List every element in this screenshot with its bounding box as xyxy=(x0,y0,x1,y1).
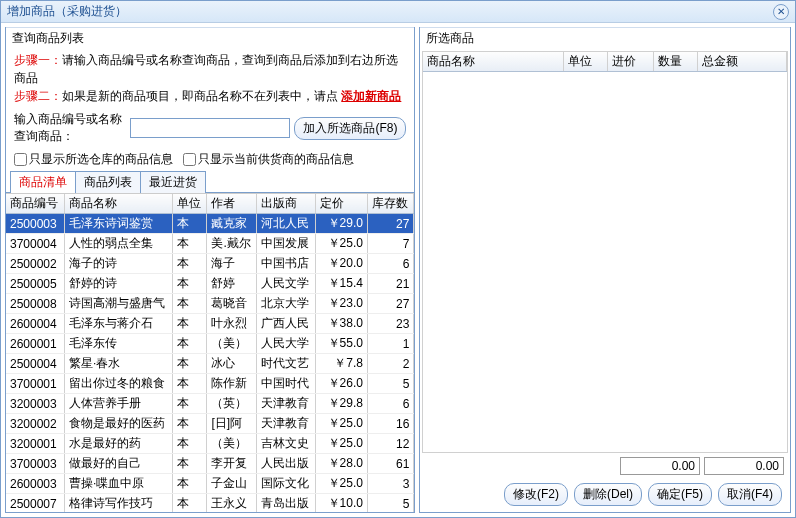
col-qty[interactable]: 库存数 xyxy=(367,194,414,214)
cell-qty: 7 xyxy=(367,234,414,254)
totals-row xyxy=(420,455,790,477)
cell-author: 陈作新 xyxy=(207,374,257,394)
cell-unit: 本 xyxy=(173,494,207,513)
cell-author: 臧克家 xyxy=(207,214,257,234)
table-row[interactable]: 3200003人体营养手册本（英）天津教育￥29.86 xyxy=(6,394,414,414)
cell-author: （美） xyxy=(207,434,257,454)
col-name[interactable]: 商品名称 xyxy=(423,52,563,72)
col-price[interactable]: 进价 xyxy=(607,52,653,72)
cell-price: ￥38.0 xyxy=(316,314,368,334)
window: 增加商品（采购进货） ✕ 查询商品列表 步骤一：请输入商品编号或名称查询商品，查… xyxy=(0,0,796,518)
search-label: 输入商品编号或名称查询商品： xyxy=(14,111,126,145)
cancel-button[interactable]: 取消(F4) xyxy=(718,483,782,506)
cell-name: 毛泽东传 xyxy=(64,334,172,354)
cell-price: ￥10.0 xyxy=(316,494,368,513)
tabs: 商品清单 商品列表 最近进货 xyxy=(6,170,414,193)
table-row[interactable]: 2500008诗国高潮与盛唐气本葛晓音北京大学￥23.027 xyxy=(6,294,414,314)
col-total[interactable]: 总金额 xyxy=(697,52,786,72)
cell-id: 2600003 xyxy=(6,474,64,494)
cell-qty: 6 xyxy=(367,254,414,274)
cell-id: 3200003 xyxy=(6,394,64,414)
col-qty[interactable]: 数量 xyxy=(653,52,697,72)
cell-author: 叶永烈 xyxy=(207,314,257,334)
cell-qty: 23 xyxy=(367,314,414,334)
table-row[interactable]: 2500005舒婷的诗本舒婷人民文学￥15.421 xyxy=(6,274,414,294)
table-header-row: 商品编号 商品名称 单位 作者 出版商 定价 库存数 xyxy=(6,194,414,214)
col-id[interactable]: 商品编号 xyxy=(6,194,64,214)
table-row[interactable]: 2600004毛泽东与蒋介石本叶永烈广西人民￥38.023 xyxy=(6,314,414,334)
delete-button[interactable]: 删除(Del) xyxy=(574,483,642,506)
table-row[interactable]: 3700001留出你过冬的粮食本陈作新中国时代￥26.05 xyxy=(6,374,414,394)
cell-qty: 61 xyxy=(367,454,414,474)
table-row[interactable]: 2600001毛泽东传本（美）人民大学￥55.01 xyxy=(6,334,414,354)
cell-name: 做最好的自己 xyxy=(64,454,172,474)
cell-price: ￥25.0 xyxy=(316,474,368,494)
table-row[interactable]: 2600003曹操·喋血中原本子金山国际文化￥25.03 xyxy=(6,474,414,494)
step2-label: 步骤二： xyxy=(14,89,62,103)
cell-price: ￥25.0 xyxy=(316,234,368,254)
col-author[interactable]: 作者 xyxy=(207,194,257,214)
selected-table: 商品名称 单位 进价 数量 总金额 xyxy=(423,52,787,72)
table-row[interactable]: 3700004人性的弱点全集本美.戴尔中国发展￥25.07 xyxy=(6,234,414,254)
cell-unit: 本 xyxy=(173,214,207,234)
tab-product-list[interactable]: 商品清单 xyxy=(10,171,76,193)
cell-id: 2500003 xyxy=(6,214,64,234)
cell-unit: 本 xyxy=(173,234,207,254)
cell-pub: 人民出版 xyxy=(257,454,316,474)
edit-button[interactable]: 修改(F2) xyxy=(504,483,568,506)
cell-qty: 27 xyxy=(367,294,414,314)
col-unit[interactable]: 单位 xyxy=(563,52,607,72)
cell-author: 葛晓音 xyxy=(207,294,257,314)
cell-price: ￥23.0 xyxy=(316,294,368,314)
table-row[interactable]: 3200002食物是最好的医药本[日]阿天津教育￥25.016 xyxy=(6,414,414,434)
product-grid[interactable]: 商品编号 商品名称 单位 作者 出版商 定价 库存数 2500003毛泽东诗词鉴… xyxy=(6,193,414,512)
selected-grid[interactable]: 商品名称 单位 进价 数量 总金额 xyxy=(422,51,788,453)
chk-warehouse[interactable]: 只显示所选仓库的商品信息 xyxy=(14,151,173,168)
cell-pub: 中国书店 xyxy=(257,254,316,274)
cell-pub: 广西人民 xyxy=(257,314,316,334)
search-row: 输入商品编号或名称查询商品： 加入所选商品(F8) xyxy=(6,109,414,149)
table-row[interactable]: 3200001水是最好的药本（美）吉林文史￥25.012 xyxy=(6,434,414,454)
col-pub[interactable]: 出版商 xyxy=(257,194,316,214)
right-panel: 所选商品 商品名称 单位 进价 数量 总金额 修改(F2) 删 xyxy=(419,27,791,513)
col-price[interactable]: 定价 xyxy=(316,194,368,214)
chk-warehouse-box[interactable] xyxy=(14,153,27,166)
cell-name: 格律诗写作技巧 xyxy=(64,494,172,513)
table-row[interactable]: 2500003毛泽东诗词鉴赏本臧克家河北人民￥29.027 xyxy=(6,214,414,234)
chk-supplier-box[interactable] xyxy=(183,153,196,166)
add-selected-button[interactable]: 加入所选商品(F8) xyxy=(294,117,406,140)
cell-name: 舒婷的诗 xyxy=(64,274,172,294)
cell-qty: 16 xyxy=(367,414,414,434)
table-row[interactable]: 2500004繁星·春水本冰心时代文艺￥7.82 xyxy=(6,354,414,374)
cell-author: 冰心 xyxy=(207,354,257,374)
table-row[interactable]: 2500007格律诗写作技巧本王永义青岛出版￥10.05 xyxy=(6,494,414,513)
add-new-product-link[interactable]: 添加新商品 xyxy=(341,89,401,103)
cell-unit: 本 xyxy=(173,274,207,294)
cell-id: 2600004 xyxy=(6,314,64,334)
col-unit[interactable]: 单位 xyxy=(173,194,207,214)
cell-id: 3200001 xyxy=(6,434,64,454)
col-name[interactable]: 商品名称 xyxy=(64,194,172,214)
cell-author: 王永义 xyxy=(207,494,257,513)
cell-name: 水是最好的药 xyxy=(64,434,172,454)
cell-price: ￥7.8 xyxy=(316,354,368,374)
table-row[interactable]: 2500002海子的诗本海子中国书店￥20.06 xyxy=(6,254,414,274)
cell-unit: 本 xyxy=(173,334,207,354)
cell-id: 2600001 xyxy=(6,334,64,354)
cell-author: 子金山 xyxy=(207,474,257,494)
table-row[interactable]: 3700003做最好的自己本李开复人民出版￥28.061 xyxy=(6,454,414,474)
chk-supplier-label: 只显示当前供货商的商品信息 xyxy=(198,151,354,168)
cell-name: 毛泽东与蒋介石 xyxy=(64,314,172,334)
close-icon[interactable]: ✕ xyxy=(773,4,789,20)
cell-author: 美.戴尔 xyxy=(207,234,257,254)
ok-button[interactable]: 确定(F5) xyxy=(648,483,712,506)
cell-id: 3700003 xyxy=(6,454,64,474)
tab-product-table[interactable]: 商品列表 xyxy=(75,171,141,193)
tab-recent[interactable]: 最近进货 xyxy=(140,171,206,193)
cell-id: 2500002 xyxy=(6,254,64,274)
search-input[interactable] xyxy=(130,118,290,138)
cell-qty: 1 xyxy=(367,334,414,354)
cell-id: 2500007 xyxy=(6,494,64,513)
chk-supplier[interactable]: 只显示当前供货商的商品信息 xyxy=(183,151,354,168)
cell-name: 人体营养手册 xyxy=(64,394,172,414)
